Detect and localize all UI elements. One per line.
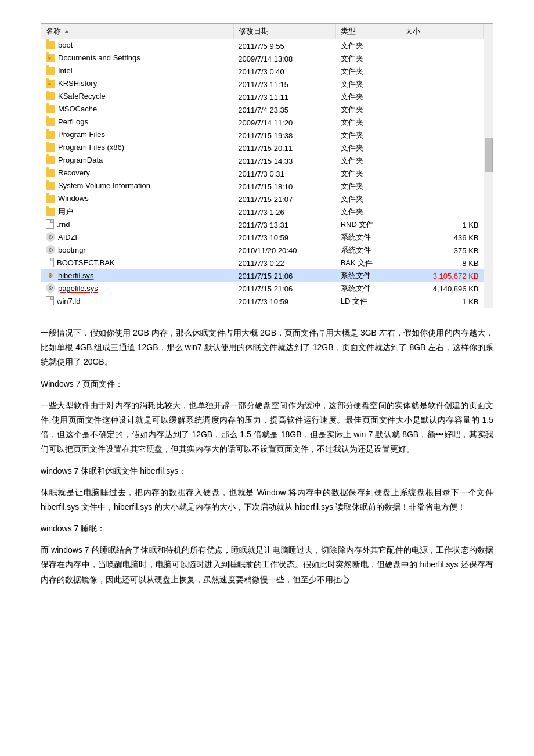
folder-icon — [46, 105, 55, 113]
folder-icon — [46, 156, 55, 164]
table-row[interactable]: AIDZF2011/7/3 10:59系统文件436 KB — [41, 231, 493, 244]
table-row[interactable]: System Volume Information2011/7/15 18:10… — [41, 180, 493, 193]
table-row[interactable]: 用户2011/7/3 1:26文件夹 — [41, 206, 493, 218]
file-date-cell: 2011/7/3 1:26 — [233, 206, 335, 218]
table-row[interactable]: pagefile.sys2011/7/15 21:06系统文件4,140,896… — [41, 282, 493, 295]
file-date-cell: 2011/7/3 10:59 — [233, 231, 335, 244]
file-date-cell: 2011/7/15 19:38 — [233, 129, 335, 142]
file-date-cell: 2009/7/14 13:08 — [233, 52, 335, 65]
file-type-cell: 文件夹 — [336, 193, 400, 206]
col-header-date[interactable]: 修改日期 — [233, 24, 335, 39]
table-row[interactable]: Program Files2011/7/15 19:38文件夹 — [41, 129, 493, 142]
article-para3: 休眠就是让电脑睡过去，把内存的数据存入硬盘，也就是 Window 将内存中的数据… — [41, 485, 493, 514]
table-row[interactable]: Windows2011/7/15 21:07文件夹 — [41, 193, 493, 206]
file-date-cell: 2011/7/3 0:31 — [233, 167, 335, 180]
file-size-cell — [400, 91, 484, 103]
table-row[interactable]: ProgramData2011/7/15 14:33文件夹 — [41, 154, 493, 167]
file-date-cell: 2011/7/3 10:59 — [233, 295, 335, 308]
table-row[interactable]: win7.ld2011/7/3 10:59LD 文件1 KB — [41, 295, 493, 308]
folder-icon — [46, 169, 55, 177]
file-name-text: Program Files (x86) — [58, 143, 124, 152]
file-type-cell: 文件夹 — [336, 65, 400, 78]
table-row[interactable]: Documents and Settings2009/7/14 13:08文件夹 — [41, 52, 493, 65]
file-date-cell: 2011/7/3 11:15 — [233, 78, 335, 91]
col-header-type[interactable]: 类型 — [336, 24, 400, 39]
folder-icon — [46, 208, 55, 216]
file-size-cell: 375 KB — [400, 244, 484, 257]
file-name-cell: 用户 — [41, 206, 233, 218]
file-size-cell — [400, 193, 484, 206]
file-type-cell: 文件夹 — [336, 91, 400, 103]
table-row[interactable]: BOOTSECT.BAK2011/7/3 0:22BAK 文件8 KB — [41, 257, 493, 269]
file-icon — [46, 296, 54, 305]
file-name-cell: ProgramData — [41, 154, 233, 165]
file-date-cell: 2011/7/3 11:11 — [233, 91, 335, 103]
file-name-text: win7.ld — [57, 297, 80, 305]
file-date-cell: 2011/7/3 0:22 — [233, 257, 335, 269]
system-file-icon — [46, 283, 55, 293]
file-name-text: boot — [58, 41, 73, 49]
table-row[interactable]: hiberfil.sys2011/7/15 21:06系统文件3,105,672… — [41, 269, 493, 282]
file-name-cell: KRSHistory — [41, 78, 233, 89]
file-icon — [46, 219, 54, 229]
file-name-cell: bootmgr — [41, 244, 233, 255]
file-name-cell: KSafeRecycle — [41, 91, 233, 102]
file-size-cell — [400, 206, 484, 218]
file-name-cell: win7.ld — [41, 295, 233, 307]
system-file-icon — [46, 245, 55, 254]
file-size-cell — [400, 78, 484, 91]
file-name-cell: Intel — [41, 65, 233, 76]
col-header-name[interactable]: 名称 — [41, 24, 233, 39]
file-date-cell: 2011/7/4 23:35 — [233, 103, 335, 116]
table-row[interactable]: MSOCache2011/7/4 23:35文件夹 — [41, 103, 493, 116]
file-type-cell: 文件夹 — [336, 39, 400, 53]
folder-lock-icon — [46, 54, 55, 62]
file-date-cell: 2011/7/15 21:06 — [233, 282, 335, 295]
file-size-cell — [400, 129, 484, 142]
scrollbar[interactable] — [484, 24, 493, 308]
table-row[interactable]: .rnd2011/7/3 13:31RND 文件1 KB — [41, 218, 493, 231]
file-type-cell: 系统文件 — [336, 282, 400, 295]
folder-icon — [46, 131, 55, 139]
scrollbar-thumb[interactable] — [485, 138, 493, 172]
file-date-cell: 2010/11/20 20:40 — [233, 244, 335, 257]
table-row[interactable]: KSafeRecycle2011/7/3 11:11文件夹 — [41, 91, 493, 103]
table-row[interactable]: Recovery2011/7/3 0:31文件夹 — [41, 167, 493, 180]
file-name-text: KRSHistory — [58, 79, 97, 88]
file-size-cell — [400, 180, 484, 193]
table-row[interactable]: KRSHistory2011/7/3 11:15文件夹 — [41, 78, 493, 91]
file-date-cell: 2011/7/3 13:31 — [233, 218, 335, 231]
file-name-text: Intel — [58, 66, 73, 75]
folder-icon — [46, 182, 55, 190]
file-date-cell: 2011/7/5 9:55 — [233, 39, 335, 53]
table-row[interactable]: bootmgr2010/11/20 20:40系统文件375 KB — [41, 244, 493, 257]
folder-lock-icon — [46, 80, 55, 88]
file-name-text: MSOCache — [58, 105, 97, 113]
table-row[interactable]: Program Files (x86)2011/7/15 20:11文件夹 — [41, 142, 493, 154]
file-type-cell: 文件夹 — [336, 103, 400, 116]
table-row[interactable]: boot2011/7/5 9:55文件夹 — [41, 39, 493, 53]
file-name-text: System Volume Information — [58, 181, 150, 190]
file-icon — [46, 258, 54, 267]
file-name-text: Program Files — [58, 130, 105, 139]
table-row[interactable]: PerfLogs2009/7/14 11:20文件夹 — [41, 116, 493, 129]
article-content: 一般情况下，假如你使用 2GB 内存，那么休眠文件占用大概 2GB，页面文件占用… — [41, 326, 493, 587]
file-type-cell: 文件夹 — [336, 167, 400, 180]
table-row[interactable]: Intel2011/7/3 0:40文件夹 — [41, 65, 493, 78]
file-size-cell — [400, 52, 484, 65]
folder-icon — [46, 143, 55, 152]
file-date-cell: 2011/7/15 14:33 — [233, 154, 335, 167]
file-name-cell: Program Files (x86) — [41, 142, 233, 153]
file-name-cell: hiberfil.sys — [41, 269, 233, 281]
file-date-cell: 2011/7/15 18:10 — [233, 180, 335, 193]
file-name-text: .rnd — [57, 220, 70, 229]
file-type-cell: BAK 文件 — [336, 257, 400, 269]
col-header-size[interactable]: 大小 — [400, 24, 484, 39]
file-type-cell: 系统文件 — [336, 244, 400, 257]
file-type-cell: 文件夹 — [336, 142, 400, 154]
file-name-cell: Program Files — [41, 129, 233, 140]
article-para2: 一些大型软件由于对内存的消耗比较大，也单独开辟一部分硬盘空间作为缓冲，这部分硬盘… — [41, 398, 493, 457]
file-type-cell: 文件夹 — [336, 116, 400, 129]
file-name-text: 用户 — [58, 207, 73, 217]
file-date-cell: 2011/7/15 21:06 — [233, 269, 335, 282]
